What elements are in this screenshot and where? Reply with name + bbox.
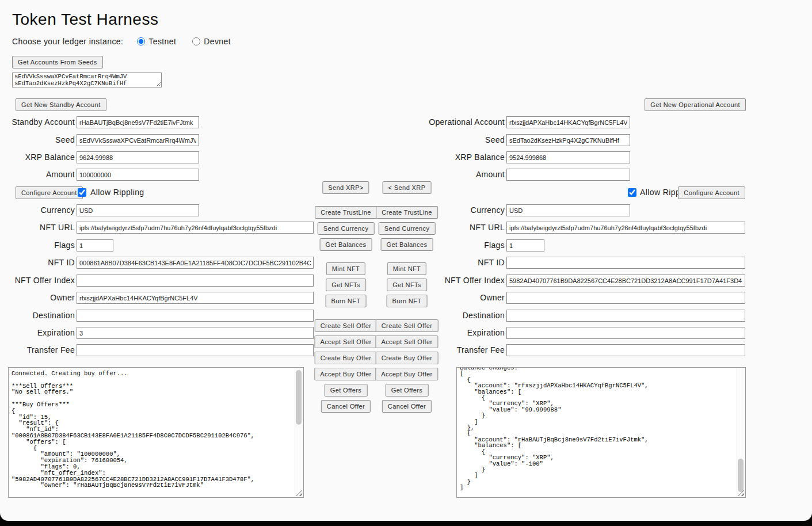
operational-nft-offer-index-label: NFT Offer Index: [403, 275, 505, 287]
operational-allow-rippling-checkbox[interactable]: [628, 188, 636, 197]
standby-amount-label: Amount: [0, 169, 75, 181]
operational-get-offers-button[interactable]: Get Offers: [386, 384, 429, 397]
operational-results-console[interactable]: Balance changes: [ { "account": "rfxszjj…: [456, 367, 746, 498]
devnet-radio-label: Devnet: [204, 37, 231, 46]
operational-send-xrp-button[interactable]: < Send XRP: [383, 181, 432, 194]
standby-transfer-fee-input[interactable]: [77, 344, 314, 356]
standby-seed-label: Seed: [0, 134, 75, 146]
standby-get-balances-button[interactable]: Get Balances: [320, 238, 372, 251]
standby-transfer-fee-label: Transfer Fee: [0, 344, 75, 356]
operational-destination-label: Destination: [403, 310, 505, 322]
operational-nft-url-label: NFT URL: [403, 222, 505, 234]
standby-console-scrollbar[interactable]: [295, 368, 303, 497]
standby-seed-input[interactable]: [77, 134, 199, 146]
operational-currency-input[interactable]: [506, 204, 630, 216]
standby-cancel-offer-button[interactable]: Cancel Offer: [321, 400, 371, 413]
get-new-standby-account-button[interactable]: Get New Standby Account: [16, 98, 106, 111]
operational-nft-url-input[interactable]: [506, 222, 745, 234]
standby-results-console[interactable]: Connected. Creating buy offer... ***Sell…: [8, 367, 304, 498]
standby-burn-nft-button[interactable]: Burn NFT: [326, 295, 367, 307]
devnet-radio[interactable]: [192, 37, 200, 45]
operational-expiration-label: Expiration: [403, 327, 505, 339]
operational-accept-buy-offer-button[interactable]: Accept Buy Offer: [375, 368, 438, 380]
standby-send-currency-button[interactable]: Send Currency: [318, 222, 375, 235]
standby-nft-offer-index-input[interactable]: [77, 275, 314, 287]
scrollbar-thumb[interactable]: [296, 370, 302, 425]
operational-configure-account-button[interactable]: Configure Account: [678, 186, 745, 199]
standby-flags-label: Flags: [0, 239, 75, 251]
operational-nft-id-label: NFT ID: [403, 257, 505, 269]
ledger-instance-label: Choose your ledger instance:: [12, 37, 123, 46]
standby-flags-input[interactable]: [77, 239, 113, 251]
operational-xrp-balance-input[interactable]: [506, 151, 630, 163]
standby-accept-sell-offer-button[interactable]: Accept Sell Offer: [314, 336, 377, 348]
operational-flags-label: Flags: [403, 239, 505, 251]
standby-allow-rippling-checkbox[interactable]: [78, 188, 86, 197]
ledger-instance-chooser: Choose your ledger instance: Testnet Dev…: [12, 37, 247, 46]
token-test-harness-page: Token Test Harness Choose your ledger in…: [0, 0, 812, 521]
operational-nft-offer-index-input[interactable]: [506, 275, 745, 287]
standby-destination-label: Destination: [0, 310, 75, 322]
operational-nft-id-input[interactable]: [506, 257, 745, 269]
operational-cancel-offer-button[interactable]: Cancel Offer: [382, 400, 432, 413]
operational-seed-input[interactable]: [506, 134, 630, 146]
standby-create-buy-offer-button[interactable]: Create Buy Offer: [315, 352, 378, 364]
standby-expiration-input[interactable]: [77, 327, 314, 339]
standby-account-input[interactable]: [77, 116, 199, 128]
standby-destination-input[interactable]: [77, 310, 314, 322]
operational-owner-input[interactable]: [506, 292, 745, 304]
operational-expiration-input[interactable]: [506, 327, 745, 339]
standby-allow-rippling-label: Allow Rippling: [90, 186, 144, 199]
standby-expiration-label: Expiration: [0, 327, 75, 339]
operational-transfer-fee-input[interactable]: [506, 344, 745, 356]
operational-seed-label: Seed: [403, 134, 505, 146]
standby-nft-url-label: NFT URL: [0, 222, 75, 234]
operational-destination-input[interactable]: [506, 310, 745, 322]
operational-amount-label: Amount: [403, 169, 505, 181]
standby-xrp-balance-input[interactable]: [77, 151, 199, 163]
operational-amount-input[interactable]: [506, 169, 630, 181]
standby-configure-account-button[interactable]: Configure Account: [16, 186, 83, 199]
standby-owner-input[interactable]: [77, 292, 314, 304]
standby-nft-id-input[interactable]: [77, 257, 314, 269]
standby-xrp-balance-label: XRP Balance: [0, 151, 75, 163]
operational-owner-label: Owner: [403, 292, 505, 304]
standby-currency-input[interactable]: [77, 204, 199, 216]
operational-account-input[interactable]: [506, 116, 630, 128]
standby-create-trustline-button[interactable]: Create TrustLine: [315, 206, 377, 219]
standby-currency-label: Currency: [0, 204, 75, 216]
standby-get-offers-button[interactable]: Get Offers: [325, 384, 368, 397]
standby-amount-input[interactable]: [77, 169, 199, 181]
operational-console-scrollbar[interactable]: [737, 368, 745, 497]
operational-currency-label: Currency: [403, 204, 505, 216]
standby-accept-buy-offer-button[interactable]: Accept Buy Offer: [314, 368, 377, 380]
testnet-radio-label: Testnet: [148, 37, 176, 46]
standby-send-xrp-button[interactable]: Send XRP>: [322, 181, 369, 194]
standby-nft-offer-index-label: NFT Offer Index: [0, 275, 75, 287]
operational-flags-input[interactable]: [506, 239, 544, 251]
standby-mint-nft-button[interactable]: Mint NFT: [326, 262, 365, 275]
scrollbar-thumb[interactable]: [738, 459, 744, 492]
seeds-textarea[interactable]: sEdVVkSsswaXPCvEatRmcarRrq4WmJV sEdTao2d…: [12, 73, 162, 87]
standby-nft-id-label: NFT ID: [0, 257, 75, 269]
get-new-operational-account-button[interactable]: Get New Operational Account: [645, 98, 746, 111]
standby-create-sell-offer-button[interactable]: Create Sell Offer: [315, 319, 378, 332]
get-accounts-from-seeds-button[interactable]: Get Accounts From Seeds: [12, 56, 103, 68]
operational-account-label: Operational Account: [403, 116, 505, 128]
operational-xrp-balance-label: XRP Balance: [403, 151, 505, 163]
standby-get-nfts-button[interactable]: Get NFTs: [326, 279, 366, 291]
testnet-radio[interactable]: [137, 37, 145, 45]
page-title: Token Test Harness: [12, 10, 158, 29]
standby-nft-url-input[interactable]: [77, 222, 314, 234]
standby-results-text: Connected. Creating buy offer... ***Sell…: [9, 368, 303, 490]
standby-account-label: Standby Account: [0, 116, 75, 128]
operational-results-text: Balance changes: [ { "account": "rfxszjj…: [457, 367, 745, 492]
standby-owner-label: Owner: [0, 292, 75, 304]
operational-transfer-fee-label: Transfer Fee: [403, 344, 505, 356]
